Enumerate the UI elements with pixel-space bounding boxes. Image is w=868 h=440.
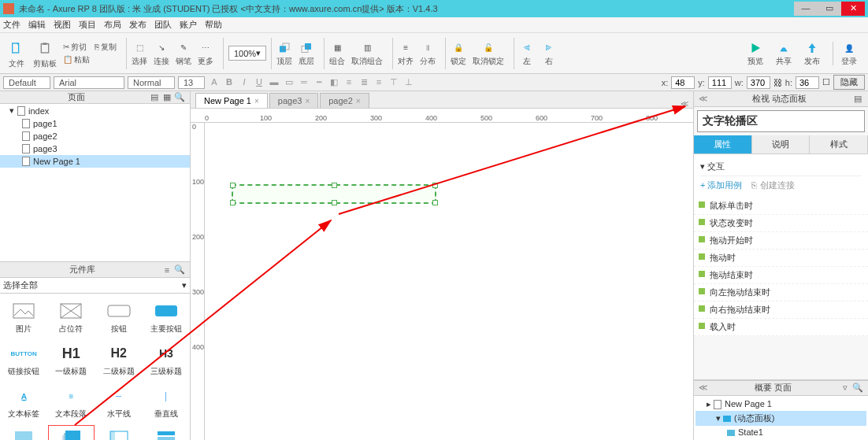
- toolbar-ungroup[interactable]: ▥取消组合: [351, 40, 383, 67]
- toolbar-publish[interactable]: 发布: [804, 40, 820, 67]
- toolbar-pen[interactable]: ✎钢笔: [176, 40, 191, 67]
- toolbar-paste[interactable]: 📋 粘贴: [63, 54, 90, 65]
- lock-ratio-icon[interactable]: ⛓: [773, 78, 782, 87]
- outline-search-button[interactable]: 🔍: [852, 383, 863, 394]
- canvas[interactable]: [205, 123, 693, 440]
- tab-page2[interactable]: page2×: [320, 93, 369, 108]
- font-weight-dropdown[interactable]: Normal: [128, 76, 175, 89]
- toolbar-send-back[interactable]: 底层: [299, 40, 314, 67]
- align-right-button[interactable]: ≡: [373, 77, 385, 87]
- event-on-drag-start[interactable]: 拖动开始时: [694, 232, 868, 250]
- add-page-button[interactable]: ▤: [149, 92, 160, 103]
- close-icon[interactable]: ×: [305, 97, 310, 105]
- menu-project[interactable]: 项目: [79, 19, 96, 31]
- outline-dynamic-panel[interactable]: ▾ (动态面板): [696, 411, 866, 426]
- toolbar-login[interactable]: 👤登录: [841, 40, 857, 67]
- lib-item-h1[interactable]: H1一级标题: [47, 339, 95, 382]
- underline-button[interactable]: U: [253, 77, 265, 87]
- toolbar-preview[interactable]: 预览: [747, 40, 763, 67]
- lib-item-image[interactable]: 图片: [0, 297, 47, 339]
- add-folder-button[interactable]: ▦: [161, 92, 172, 103]
- library-select-dropdown[interactable]: 选择全部▾: [0, 278, 190, 294]
- menu-file[interactable]: 文件: [3, 19, 20, 31]
- outline-root[interactable]: ▸ New Page 1: [696, 397, 866, 411]
- style-preset-dropdown[interactable]: Default: [3, 76, 50, 89]
- toolbar-select[interactable]: ⬚选择: [132, 40, 147, 67]
- hide-button[interactable]: 隐藏: [833, 75, 865, 90]
- border-width-button[interactable]: ═: [298, 77, 310, 87]
- lib-item-hotspot[interactable]: 热区: [0, 424, 47, 440]
- italic-button[interactable]: I: [238, 77, 250, 87]
- library-search-button[interactable]: 🔍: [174, 264, 185, 275]
- lib-item-link-button[interactable]: BUTTON链接按钮: [0, 339, 47, 382]
- font-family-dropdown[interactable]: Arial: [54, 76, 124, 89]
- tab-page3[interactable]: page3×: [269, 93, 318, 108]
- align-center-button[interactable]: ≣: [358, 77, 370, 87]
- toolbar-file[interactable]: 文件: [6, 38, 27, 69]
- search-pages-button[interactable]: 🔍: [174, 92, 185, 103]
- toolbar-align-right[interactable]: ⫸右: [541, 40, 557, 67]
- event-on-drag-end[interactable]: 拖动结束时: [694, 267, 868, 284]
- inspector-tab-notes[interactable]: 说明: [752, 135, 811, 153]
- create-link-button[interactable]: ⎘ 创建连接: [751, 179, 794, 191]
- toolbar-group[interactable]: ▦组合: [329, 40, 345, 67]
- event-on-state-change[interactable]: 状态改变时: [694, 215, 868, 232]
- close-icon[interactable]: ×: [356, 97, 361, 105]
- event-on-load[interactable]: 载入时: [694, 319, 868, 336]
- lib-item-repeater[interactable]: 中继器: [143, 424, 190, 440]
- inspector-settings-button[interactable]: ▤: [852, 94, 863, 105]
- menu-account[interactable]: 账户: [180, 19, 197, 31]
- page-node-page1[interactable]: page1: [0, 117, 190, 130]
- toolbar-clipboard[interactable]: 剪贴板: [33, 38, 57, 69]
- menu-layout[interactable]: 布局: [104, 19, 121, 31]
- lib-item-placeholder[interactable]: 占位符: [47, 297, 95, 339]
- window-minimize-button[interactable]: —: [794, 2, 818, 16]
- widget-name-input[interactable]: 文字轮播区: [697, 110, 865, 132]
- y-input[interactable]: [708, 76, 732, 89]
- event-on-drag-left-end[interactable]: 向左拖动结束时: [694, 284, 868, 301]
- toolbar-connect[interactable]: ↘连接: [154, 40, 169, 67]
- toolbar-share[interactable]: 共享: [776, 40, 792, 67]
- w-input[interactable]: [747, 76, 770, 89]
- text-color-button[interactable]: A: [208, 77, 221, 87]
- h-input[interactable]: [796, 76, 819, 89]
- zoom-dropdown[interactable]: 100% ▾: [228, 46, 266, 61]
- page-node-index[interactable]: ▾index: [0, 104, 190, 117]
- inspector-tab-properties[interactable]: 属性: [694, 135, 752, 153]
- event-on-click[interactable]: 鼠标单击时: [694, 198, 868, 215]
- font-size-dropdown[interactable]: 13: [178, 76, 205, 89]
- hidden-checkbox[interactable]: ☐: [822, 77, 830, 87]
- align-left-button[interactable]: ≡: [343, 77, 355, 87]
- toolbar-copy[interactable]: ⎘ 复制: [95, 42, 117, 53]
- menu-edit[interactable]: 编辑: [28, 19, 46, 31]
- event-on-drag-right-end[interactable]: 向右拖动结束时: [694, 301, 868, 319]
- toolbar-more[interactable]: ⋯更多: [198, 40, 213, 67]
- toolbar-distribute[interactable]: ⫴分布: [420, 40, 436, 67]
- page-node-page2[interactable]: page2: [0, 130, 190, 142]
- toolbar-align[interactable]: ≡对齐: [398, 40, 414, 67]
- window-close-button[interactable]: ✕: [841, 2, 865, 16]
- menu-team[interactable]: 团队: [154, 19, 172, 31]
- inspector-tab-style[interactable]: 样式: [810, 135, 868, 153]
- lib-item-label[interactable]: A̲文本标签: [0, 382, 47, 424]
- toolbar-align-left[interactable]: ⫷左: [519, 40, 535, 67]
- x-input[interactable]: [671, 76, 695, 89]
- lib-item-primary-button[interactable]: 主要按钮: [143, 297, 190, 339]
- menu-publish[interactable]: 发布: [129, 19, 147, 31]
- border-color-button[interactable]: ▭: [283, 77, 295, 87]
- lib-item-dynamic-panel[interactable]: 动态面板: [47, 424, 95, 440]
- lib-item-iframe[interactable]: 内联框架: [95, 424, 143, 440]
- valign-middle-button[interactable]: ⊥: [402, 77, 415, 87]
- lib-item-vline[interactable]: │垂直线: [143, 382, 190, 424]
- tab-newpage1[interactable]: New Page 1×: [195, 93, 268, 108]
- add-case-button[interactable]: + 添加用例: [700, 179, 742, 191]
- toolbar-unlock[interactable]: 🔓取消锁定: [473, 40, 504, 67]
- lib-item-paragraph[interactable]: ≡文本段落: [47, 382, 95, 424]
- lib-item-button[interactable]: 按钮: [95, 297, 143, 339]
- toolbar-bring-front[interactable]: 顶层: [276, 40, 292, 67]
- page-node-newpage1[interactable]: New Page 1: [0, 155, 190, 168]
- lib-item-h3[interactable]: H3三级标题: [143, 339, 190, 382]
- outline-state1[interactable]: State1: [696, 426, 866, 438]
- lib-item-hline[interactable]: ─水平线: [95, 382, 143, 424]
- border-style-button[interactable]: ┅: [313, 77, 325, 87]
